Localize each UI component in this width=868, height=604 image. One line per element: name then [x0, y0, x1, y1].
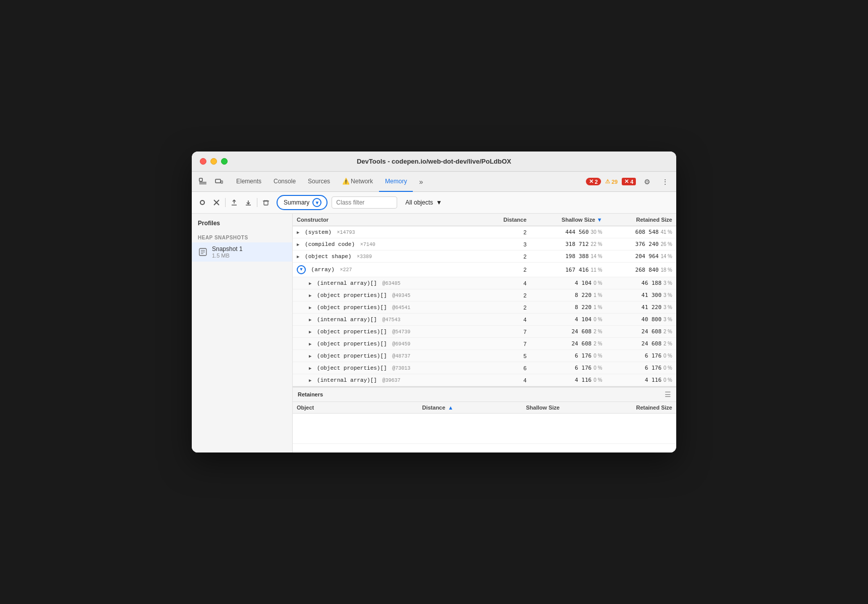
toolbar: Summary ▼ All objects ▼: [192, 192, 676, 214]
maximize-button[interactable]: [221, 158, 228, 165]
table-row[interactable]: ▶ (object properties)[] @49345 2 8 2201 …: [293, 289, 676, 301]
table-row[interactable]: ▶ (object properties)[] @69459 7 24 6082…: [293, 338, 676, 350]
expand-arrow[interactable]: ▶: [297, 230, 299, 235]
distance-cell: 2: [482, 289, 530, 301]
settings-icon[interactable]: ⚙: [640, 175, 654, 189]
retainers-menu-icon[interactable]: ☰: [665, 390, 671, 398]
retained-size-cell: 4 1160 %: [606, 374, 676, 386]
snapshot-size: 1.5 MB: [212, 253, 243, 259]
constructor-cell: ▶ (internal array)[] @63485: [293, 277, 482, 289]
main-content: Profiles HEAP SNAPSHOTS Snapshot 1 1.5 M…: [192, 214, 676, 452]
expand-arrow[interactable]: ▶: [309, 341, 311, 347]
retainers-col-distance[interactable]: Distance ▲: [357, 402, 457, 414]
col-retained-size[interactable]: Retained Size: [606, 214, 676, 226]
retainers-col-shallow[interactable]: Shallow Size: [457, 402, 564, 414]
table-row[interactable]: ▶ (system) ×14793 2 444 56030 % 608 5484…: [293, 226, 676, 238]
upload-button[interactable]: [228, 196, 241, 209]
expand-arrow[interactable]: ▶: [309, 366, 311, 371]
array-expand-circle[interactable]: ▼: [297, 265, 306, 274]
retainers-col-object[interactable]: Object: [293, 402, 357, 414]
tab-network[interactable]: ⚠️ Network: [336, 172, 379, 192]
distance-cell: 2: [482, 301, 530, 314]
clear-button[interactable]: [210, 196, 223, 209]
shallow-size-cell: 318 71222 %: [530, 238, 606, 250]
col-distance[interactable]: Distance: [482, 214, 530, 226]
svg-point-6: [201, 201, 204, 204]
tab-bar-left-icons: [196, 175, 226, 189]
retained-size-cell: 376 24026 %: [606, 238, 676, 250]
record-button[interactable]: [196, 196, 209, 209]
snapshot-info: Snapshot 1 1.5 MB: [212, 245, 243, 259]
svg-rect-3: [215, 179, 221, 183]
expand-arrow[interactable]: ▶: [309, 281, 311, 286]
class-filter-input[interactable]: [332, 196, 397, 209]
table-row[interactable]: ▶ (internal array)[] @63485 4 4 1040 % 4…: [293, 277, 676, 289]
close-button[interactable]: [200, 158, 206, 165]
tab-elements[interactable]: Elements: [230, 172, 267, 192]
constructor-cell: ▶ (system) ×14793: [293, 226, 482, 238]
expand-arrow[interactable]: ▶: [297, 254, 299, 260]
tab-console[interactable]: Console: [267, 172, 302, 192]
shallow-size-cell: 8 2201 %: [530, 289, 606, 301]
shallow-size-cell: 6 1760 %: [530, 362, 606, 374]
constructor-cell: ▶ (object properties)[] @48737: [293, 350, 482, 362]
table-row[interactable]: ▶ (object properties)[] @54739 7 24 6082…: [293, 326, 676, 338]
distance-cell: 7: [482, 326, 530, 338]
col-shallow-size[interactable]: Shallow Size ▼: [530, 214, 606, 226]
toolbar-divider: [225, 198, 226, 207]
expand-arrow[interactable]: ▶: [309, 354, 311, 359]
title-bar: DevTools - codepen.io/web-dot-dev/live/P…: [192, 152, 676, 172]
tab-sources[interactable]: Sources: [302, 172, 336, 192]
table-row-array[interactable]: ▼ (array) ×227 2 167 41611 % 268 84018 %: [293, 263, 676, 277]
expand-arrow[interactable]: ▶: [309, 305, 311, 311]
table-row[interactable]: ▶ (object shape) ×3389 2 198 38814 % 204…: [293, 250, 676, 263]
more-tabs-icon[interactable]: »: [414, 175, 428, 189]
constructor-cell-array: ▼ (array) ×227: [293, 263, 482, 277]
table-row[interactable]: ▶ (object properties)[] @48737 5 6 1760 …: [293, 350, 676, 362]
table-row[interactable]: ▶ (object properties)[] @64541 2 8 2201 …: [293, 301, 676, 314]
heap-table: Constructor Distance Shallow Size ▼ Reta…: [293, 214, 676, 386]
minimize-button[interactable]: [210, 158, 217, 165]
device-toolbar-icon[interactable]: [212, 175, 226, 189]
tab-memory[interactable]: Memory: [379, 172, 413, 192]
download-button[interactable]: [242, 196, 255, 209]
main-table-container[interactable]: Constructor Distance Shallow Size ▼ Reta…: [293, 214, 676, 387]
summary-dropdown-arrow: ▼: [312, 198, 321, 207]
snapshot-icon: [198, 247, 208, 257]
col-constructor[interactable]: Constructor: [293, 214, 482, 226]
table-row[interactable]: ▶ (compiled code) ×7140 3 318 71222 % 37…: [293, 238, 676, 250]
window-title: DevTools - codepen.io/web-dot-dev/live/P…: [357, 158, 511, 165]
expand-arrow[interactable]: ▶: [309, 329, 311, 335]
distance-cell: 2: [482, 250, 530, 263]
constructor-cell: ▶ (object shape) ×3389: [293, 250, 482, 263]
sidebar-snapshot-1[interactable]: Snapshot 1 1.5 MB: [192, 242, 292, 262]
more-options-icon[interactable]: ⋮: [658, 175, 672, 189]
inspector-icon[interactable]: [196, 175, 210, 189]
distance-cell: 5: [482, 350, 530, 362]
table-row[interactable]: ▶ (internal array)[] @47543 4 4 1040 % 4…: [293, 314, 676, 326]
table-row[interactable]: ▶ (object properties)[] @73013 6 6 1760 …: [293, 362, 676, 374]
distance-cell: 7: [482, 338, 530, 350]
collect-garbage-button[interactable]: [259, 196, 273, 209]
constructor-cell: ▶ (object properties)[] @73013: [293, 362, 482, 374]
retained-size-cell: 46 1883 %: [606, 277, 676, 289]
toolbar-divider2: [257, 198, 257, 207]
expand-arrow[interactable]: ▶: [309, 317, 311, 323]
distance-cell: 4: [482, 314, 530, 326]
svg-rect-4: [221, 181, 223, 183]
expand-arrow[interactable]: ▶: [309, 378, 311, 383]
retainers-title: Retainers: [298, 391, 323, 397]
retainers-row-empty: [293, 414, 676, 444]
table-row[interactable]: ▶ (internal array)[] @39637 4 4 1160 % 4…: [293, 374, 676, 386]
retainers-table: Object Distance ▲ Shallow Size Retained …: [293, 402, 676, 444]
traffic-lights: [200, 158, 228, 165]
summary-dropdown[interactable]: Summary ▼: [277, 195, 328, 210]
expand-arrow[interactable]: ▶: [297, 242, 299, 247]
retained-size-cell: 41 2203 %: [606, 301, 676, 314]
warning-badge: ⚠ 29: [605, 178, 618, 185]
shallow-size-cell: 8 2201 %: [530, 301, 606, 314]
expand-arrow[interactable]: ▶: [309, 293, 311, 298]
retainers-col-retained[interactable]: Retained Size: [564, 402, 676, 414]
all-objects-dropdown[interactable]: All objects ▼: [405, 199, 442, 206]
snapshot-name: Snapshot 1: [212, 245, 243, 253]
